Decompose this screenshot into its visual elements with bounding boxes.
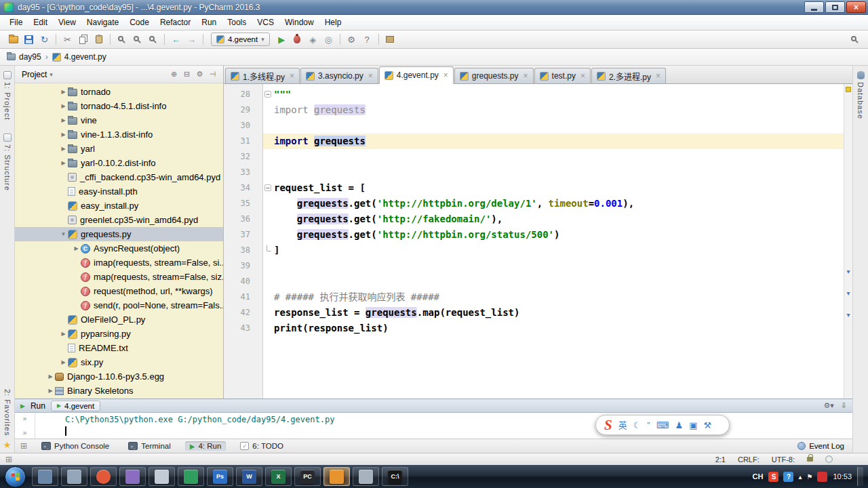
run-console[interactable]: C:\Python35\python.exe G:/python_code/da… [35,413,852,439]
taskbar-app-window[interactable] [32,467,58,486]
tree-item[interactable]: OleFileIO_PL.py [15,312,223,327]
tree-item[interactable]: ▶yarl [15,142,223,156]
paste-icon[interactable] [91,32,106,47]
line-number[interactable]: 37 [224,227,262,243]
highlighting-level-icon[interactable] [825,455,833,463]
code-line[interactable]: # ##### 执行并获取响应列表 ##### [263,289,852,305]
cut-icon[interactable]: ✂ [60,32,75,47]
tab-close-icon[interactable]: × [290,71,294,81]
event-log-button[interactable]: Event Log [809,442,844,450]
search-everywhere-icon[interactable] [847,32,863,47]
tree-item[interactable]: fmap(requests, stream=False, siz... [15,270,223,284]
tree-item[interactable]: ▶vine [15,113,223,127]
sogou-logo-icon[interactable]: S [604,418,612,432]
tree-item[interactable]: greenlet.cp35-win_amd64.pyd [15,213,223,227]
editor-tab[interactable]: 1.多线程.py× [225,68,300,83]
code-line[interactable]: import grequests [263,134,852,149]
tray-status-icon[interactable] [817,472,827,482]
editor-tab[interactable]: 2.多进程.py× [591,68,666,83]
error-stripe[interactable]: ▾ ▾ ▾ [844,84,852,399]
sogou-keyboard-icon[interactable]: ⌨ [656,421,669,430]
show-desktop-button[interactable] [857,467,863,486]
sogou-person-icon[interactable]: ♟ [675,421,683,430]
stripe-mark-icon[interactable]: ▾ [844,290,852,297]
forward-icon[interactable]: → [184,32,199,47]
editor-tab[interactable]: grequests.py× [454,68,534,83]
dock-panel-icon[interactable]: ⇩ [841,401,847,410]
line-number[interactable]: 32 [224,149,262,165]
taskbar-app-pc[interactable]: PC [294,467,321,486]
run-icon[interactable]: ▶ [274,32,290,47]
tool-window-switcher-icon[interactable]: ⊞ [20,441,27,451]
line-number[interactable]: 42 [224,305,262,321]
code-line[interactable] [263,165,852,180]
taskbar-app-active[interactable] [323,467,350,486]
tool-button-todo[interactable]: ✓6: TODO [235,441,288,451]
favorites-star-icon[interactable]: ★ [3,440,12,450]
editor-tab[interactable]: 3.asyncio.py× [300,68,378,83]
synchronize-icon[interactable]: ↻ [37,32,52,47]
tool-button-run[interactable]: ▶4: Run [185,441,226,451]
taskbar-app-firefox[interactable] [90,467,117,486]
tree-item[interactable]: easy-install.pth [15,184,223,199]
code-line[interactable] [263,118,852,134]
menu-item-file[interactable]: File [4,16,28,29]
line-number[interactable]: 34 [224,180,262,196]
taskbar-app-cmd[interactable]: C:\ [382,467,408,486]
chevron-collapsed-icon[interactable]: ▶ [59,131,68,138]
chevron-collapsed-icon[interactable]: ▶ [59,359,68,365]
line-number[interactable]: 41 [224,289,262,305]
tree-item[interactable]: ▶Django-1.10.6-py3.5.egg [15,369,223,384]
line-number[interactable]: 31 [224,134,262,149]
chevron-collapsed-icon[interactable]: ▶ [72,245,81,251]
chevron-collapsed-icon[interactable]: ▶ [59,117,68,123]
encoding-indicator[interactable]: UTF-8: [772,455,795,464]
collapse-all-icon[interactable]: ⊟ [180,67,193,82]
menu-item-code[interactable]: Code [124,16,155,29]
code-line[interactable]: grequests.get('http://httpbin.org/delay/… [263,196,852,211]
tree-item[interactable]: README.txt [15,341,223,355]
tree-item[interactable]: ▶yarl-0.10.2.dist-info [15,156,223,170]
line-number[interactable]: 30 [224,118,262,134]
fold-marker-icon[interactable]: − [264,91,271,98]
scroll-from-source-icon[interactable]: ⊕ [167,67,180,82]
tool-button-console[interactable]: >_Python Console [37,441,114,451]
line-number[interactable]: 29 [224,102,262,118]
find-icon[interactable] [114,32,130,47]
panel-settings-icon[interactable]: ⚙ [193,67,206,82]
hide-panel-icon[interactable]: ⊣ [206,67,219,82]
run-settings-icon[interactable]: ⚙▾ [823,401,833,410]
chevron-collapsed-icon[interactable]: ▶ [46,373,55,380]
tab-close-icon[interactable]: × [443,70,448,80]
editor-tab[interactable]: 4.gevent.py× [379,66,454,84]
tree-item[interactable]: ▶pyparsing.py [15,327,223,341]
sogou-mode-label[interactable]: 英 [618,421,627,430]
sogou-punct-icon[interactable]: ” [647,421,650,430]
code-line[interactable] [263,274,852,289]
tree-item[interactable]: ▶tornado [15,85,223,99]
stripe-mark-icon[interactable]: ▾ [844,268,852,275]
chevron-collapsed-icon[interactable]: ▶ [46,388,55,394]
open-icon[interactable] [5,32,21,47]
chevron-collapsed-icon[interactable]: ▶ [59,89,68,95]
run-config-select[interactable]: 4.gevent ▾ [211,33,270,46]
chevron-collapsed-icon[interactable]: ▶ [59,331,68,337]
zoom-out-icon[interactable] [145,32,161,47]
save-all-icon[interactable] [21,32,37,47]
minimize-button[interactable] [804,1,824,13]
code-line[interactable]: import grequests [263,102,852,118]
tree-item[interactable]: easy_install.py [15,199,223,213]
chevron-collapsed-icon[interactable]: ▶ [59,103,68,109]
line-number[interactable]: 38 [224,243,262,258]
menu-item-view[interactable]: View [53,16,81,29]
tool-stripe-favorites[interactable]: 2: Favorites [3,389,12,436]
taskbar-app-purple[interactable] [119,467,146,486]
tool-stripe-project[interactable]: 1: Project [3,82,12,120]
code-line[interactable]: −request_list = [ [263,180,852,196]
breadcrumb-file[interactable]: 4.gevent.py [52,52,106,62]
tree-item[interactable]: ▶six.py [15,355,223,369]
tree-item[interactable]: frequest(method, url, **kwargs) [15,284,223,298]
caret-position-indicator[interactable]: 2:1 [715,455,726,464]
sogou-tools-icon[interactable]: ⚒ [703,421,711,430]
tool-stripe-structure[interactable]: 7: Structure [3,144,12,191]
